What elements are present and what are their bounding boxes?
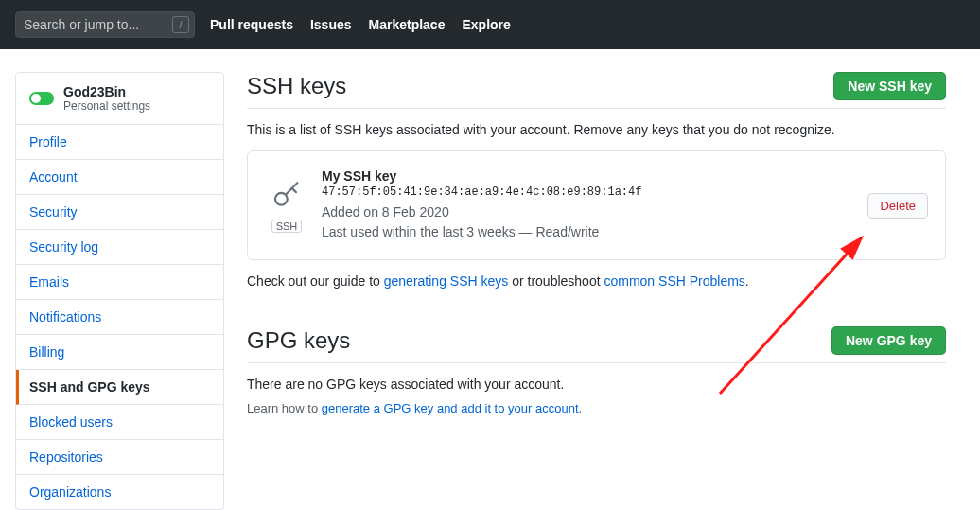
delete-ssh-key-button[interactable]: Delete — [867, 193, 928, 219]
ssh-guide-mid: or troubleshoot — [508, 273, 604, 289]
ssh-key-fingerprint: 47:57:5f:05:41:9e:34:ae:a9:4e:4c:08:e9:8… — [322, 185, 849, 199]
sidebar: God23Bin Personal settings Profile Accou… — [15, 72, 224, 510]
gpg-empty-text: There are no GPG keys associated with yo… — [247, 377, 946, 392]
ssh-section-header: SSH keys New SSH key — [247, 72, 946, 109]
new-ssh-key-button[interactable]: New SSH key — [833, 72, 946, 100]
sidebar-item-organizations[interactable]: Organizations — [16, 475, 223, 509]
sidebar-item-repositories[interactable]: Repositories — [16, 440, 223, 475]
ssh-key-name: My SSH key — [322, 168, 849, 184]
sidebar-item-security-log[interactable]: Security log — [16, 230, 223, 265]
main-content: SSH keys New SSH key This is a list of S… — [247, 72, 965, 415]
ssh-guide-link-troubleshoot[interactable]: common SSH Problems — [604, 273, 744, 289]
top-nav: Pull requests Issues Marketplace Explore — [210, 17, 511, 32]
nav-explore[interactable]: Explore — [462, 17, 510, 32]
ssh-key-added: Added on 8 Feb 2020 — [322, 202, 849, 222]
ssh-key-icon-column: SSH — [271, 179, 303, 233]
gpg-learn-suffix: . — [579, 401, 583, 415]
sidebar-item-notifications[interactable]: Notifications — [16, 300, 223, 335]
nav-marketplace[interactable]: Marketplace — [369, 17, 446, 32]
sidebar-item-security[interactable]: Security — [16, 195, 223, 230]
ssh-guide-suffix: . — [745, 273, 749, 289]
ssh-badge: SSH — [271, 220, 303, 233]
sidebar-item-emails[interactable]: Emails — [16, 265, 223, 300]
sidebar-item-blocked-users[interactable]: Blocked users — [16, 405, 223, 440]
ssh-key-info: My SSH key 47:57:5f:05:41:9e:34:ae:a9:4e… — [322, 168, 849, 242]
nav-pull-requests[interactable]: Pull requests — [210, 17, 293, 32]
ssh-key-last-used: Last used within the last 3 weeks — Read… — [322, 222, 849, 242]
new-gpg-key-button[interactable]: New GPG key — [831, 326, 946, 355]
gpg-heading: GPG keys — [247, 327, 350, 354]
sidebar-item-account[interactable]: Account — [16, 160, 223, 195]
slash-hint: / — [172, 16, 189, 33]
search-input[interactable] — [15, 11, 195, 38]
ssh-heading: SSH keys — [247, 73, 346, 99]
sidebar-item-ssh-gpg-keys[interactable]: SSH and GPG keys — [16, 370, 223, 405]
gpg-learn: Learn how to generate a GPG key and add … — [247, 401, 946, 415]
top-bar: / Pull requests Issues Marketplace Explo… — [0, 0, 980, 49]
ssh-guide-prefix: Check out our guide to — [247, 273, 384, 289]
sidebar-username: God23Bin — [63, 84, 150, 99]
gpg-section-header: GPG keys New GPG key — [247, 326, 946, 363]
sidebar-item-profile[interactable]: Profile — [16, 125, 223, 160]
gpg-learn-link[interactable]: generate a GPG key and add it to your ac… — [322, 401, 579, 415]
sidebar-header: God23Bin Personal settings — [16, 73, 223, 125]
ssh-key-card: SSH My SSH key 47:57:5f:05:41:9e:34:ae:a… — [247, 150, 946, 260]
ssh-guide-link-generate[interactable]: generating SSH keys — [384, 273, 509, 289]
ssh-guide: Check out our guide to generating SSH ke… — [247, 273, 946, 289]
gpg-learn-prefix: Learn how to — [247, 401, 322, 415]
page-container: God23Bin Personal settings Profile Accou… — [0, 49, 980, 510]
search-wrap: / — [15, 11, 195, 38]
sidebar-subtitle: Personal settings — [63, 99, 150, 113]
status-toggle[interactable] — [29, 92, 54, 105]
ssh-description: This is a list of SSH keys associated wi… — [247, 122, 946, 137]
key-icon — [271, 179, 303, 214]
sidebar-item-billing[interactable]: Billing — [16, 335, 223, 370]
nav-issues[interactable]: Issues — [310, 17, 352, 32]
